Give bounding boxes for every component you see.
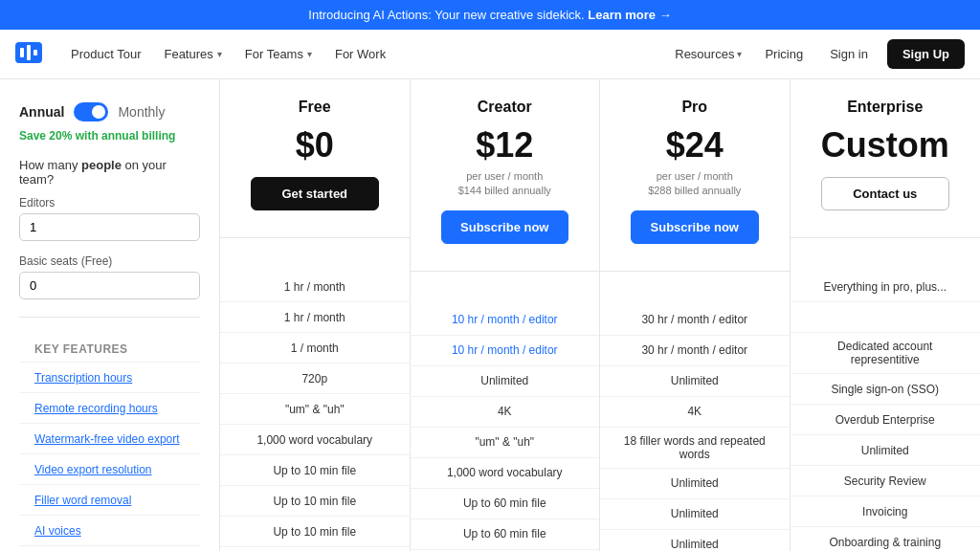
svg-rect-2 bbox=[27, 45, 31, 60]
sidebar: Annual Monthly Save 20% with annual bill… bbox=[0, 79, 220, 551]
sidebar-feature-3[interactable]: Video export resolution bbox=[19, 454, 200, 485]
nav-for-work[interactable]: For Work bbox=[325, 41, 395, 67]
feature-cell-3-1 bbox=[791, 302, 981, 333]
feature-cell-2-0: 30 hr / month / editor bbox=[600, 305, 790, 336]
plan-name-1: Creator bbox=[426, 99, 585, 116]
nav-links: Product Tour Features ▾ For Teams ▾ For … bbox=[61, 41, 667, 67]
feature-cell-3-6: Security Review bbox=[791, 466, 981, 496]
feature-cell-2-5: Unlimited bbox=[600, 469, 790, 499]
nav-features[interactable]: Features ▾ bbox=[154, 41, 231, 67]
feature-cell-2-4: 18 filler words and repeated words bbox=[600, 428, 790, 469]
plan-price-1: $12 bbox=[426, 125, 585, 165]
seats-input[interactable] bbox=[19, 272, 200, 299]
sidebar-feature-6[interactable]: AI Green Screen bbox=[19, 546, 200, 551]
feature-cell-1-1: 10 hr / month / editor bbox=[411, 336, 600, 366]
feature-cell-3-5: Unlimited bbox=[791, 435, 981, 466]
feature-cell-1-4: "um" & "uh" bbox=[411, 428, 600, 458]
feature-cell-0-5: 1,000 word vocabulary bbox=[220, 425, 410, 455]
nav-for-teams[interactable]: For Teams ▾ bbox=[235, 41, 322, 67]
nav-logo[interactable] bbox=[15, 42, 42, 66]
signup-button[interactable]: Sign Up bbox=[887, 39, 965, 69]
feature-cell-0-3: 720p bbox=[220, 364, 410, 394]
plan-header-3: EnterpriseCustomContact us bbox=[791, 79, 981, 238]
banner-link[interactable]: Learn more → bbox=[588, 8, 671, 22]
save-label: Save 20% with annual billing bbox=[19, 129, 200, 143]
pricing-table: Free$0Get startedKey features1 hr / mont… bbox=[220, 79, 980, 551]
nav: Product Tour Features ▾ For Teams ▾ For … bbox=[0, 30, 980, 79]
plan-btn-0[interactable]: Get started bbox=[251, 177, 379, 210]
feature-cell-0-7: Up to 10 min file bbox=[220, 486, 410, 517]
svg-rect-1 bbox=[20, 48, 24, 57]
resources-chevron-icon: ▾ bbox=[737, 49, 742, 59]
annual-label: Annual bbox=[19, 104, 64, 120]
plan-col-enterprise: EnterpriseCustomContact usKey featuresEv… bbox=[791, 79, 981, 551]
for-teams-chevron-icon: ▾ bbox=[307, 49, 312, 59]
feature-cell-1-3: 4K bbox=[411, 397, 600, 428]
feature-cell-3-3: Single sign-on (SSO) bbox=[791, 374, 981, 405]
feature-cell-3-4: Overdub Enterprise bbox=[791, 405, 981, 435]
sidebar-feature-2[interactable]: Watermark-free video export bbox=[19, 424, 200, 454]
sidebar-feature-list: Transcription hoursRemote recording hour… bbox=[19, 363, 200, 551]
feature-cell-3-7: Invoicing bbox=[791, 496, 981, 527]
feature-cell-1-0: 10 hr / month / editor bbox=[411, 305, 600, 336]
plan-btn-1[interactable]: Subscribe now bbox=[441, 210, 569, 244]
main-content: Annual Monthly Save 20% with annual bill… bbox=[0, 79, 980, 551]
seats-label: Basic seats (Free) bbox=[19, 254, 200, 268]
feature-cell-1-2: Unlimited bbox=[411, 366, 600, 397]
feature-cell-0-2: 1 / month bbox=[220, 333, 410, 364]
plan-col-creator: Creator$12per user / month$144 billed an… bbox=[411, 79, 601, 551]
sidebar-feature-0[interactable]: Transcription hours bbox=[19, 363, 200, 393]
plan-name-0: Free bbox=[235, 99, 394, 116]
sidebar-feature-5[interactable]: AI voices bbox=[19, 516, 200, 546]
toggle-knob bbox=[92, 105, 105, 119]
feature-cell-0-6: Up to 10 min file bbox=[220, 455, 410, 486]
plan-header-1: Creator$12per user / month$144 billed an… bbox=[411, 79, 600, 272]
plan-price-2: $24 bbox=[615, 125, 774, 165]
top-banner: Introducing AI Actions: Your new creativ… bbox=[0, 0, 980, 30]
feature-cell-3-8: Onboarding & training bbox=[791, 527, 981, 551]
nav-right: Resources ▾ Pricing Sign in Sign Up bbox=[667, 39, 965, 69]
feature-cell-1-7: Up to 60 min file bbox=[411, 519, 600, 550]
plan-header-0: Free$0Get started bbox=[220, 79, 410, 238]
sidebar-feature-1[interactable]: Remote recording hours bbox=[19, 393, 200, 424]
feature-cell-0-4: "um" & "uh" bbox=[220, 394, 410, 425]
feature-cell-2-1: 30 hr / month / editor bbox=[600, 336, 790, 366]
features-chevron-icon: ▾ bbox=[217, 49, 222, 59]
plan-price-0: $0 bbox=[235, 125, 394, 165]
plan-col-pro: Pro$24per user / month$288 billed annual… bbox=[600, 79, 791, 551]
editors-label: Editors bbox=[19, 196, 200, 209]
feature-cell-3-0: Everything in pro, plus... bbox=[791, 272, 981, 302]
nav-pricing[interactable]: Pricing bbox=[757, 41, 811, 67]
billing-toggle-switch[interactable] bbox=[74, 102, 108, 121]
feature-cell-0-0: 1 hr / month bbox=[220, 272, 410, 302]
plan-price-3: Custom bbox=[806, 125, 966, 165]
plan-col-free: Free$0Get startedKey features1 hr / mont… bbox=[220, 79, 411, 551]
feature-cell-1-5: 1,000 word vocabulary bbox=[411, 458, 600, 489]
editors-input[interactable] bbox=[19, 213, 200, 241]
plan-price-sub-1: per user / month$144 billed annually bbox=[426, 169, 585, 199]
plan-price-sub-2: per user / month$288 billed annually bbox=[615, 169, 774, 199]
key-features-header: Key features bbox=[19, 329, 200, 363]
billing-toggle: Annual Monthly bbox=[19, 102, 200, 121]
feature-cell-0-1: 1 hr / month bbox=[220, 302, 410, 333]
feature-cell-3-2: Dedicated account representitive bbox=[791, 333, 981, 374]
plan-header-2: Pro$24per user / month$288 billed annual… bbox=[600, 79, 790, 272]
feature-cell-1-6: Up to 60 min file bbox=[411, 489, 600, 519]
feature-cell-2-2: Unlimited bbox=[600, 366, 790, 397]
plan-btn-3[interactable]: Contact us bbox=[821, 177, 950, 210]
plan-name-2: Pro bbox=[615, 99, 774, 116]
feature-cell-2-7: Unlimited bbox=[600, 530, 790, 551]
feature-cell-0-9: First 5 results per search bbox=[220, 547, 410, 551]
nav-resources[interactable]: Resources ▾ bbox=[667, 41, 749, 67]
monthly-label: Monthly bbox=[118, 104, 165, 120]
banner-text: Introducing AI Actions: Your new creativ… bbox=[308, 8, 584, 22]
nav-product-tour[interactable]: Product Tour bbox=[61, 41, 150, 67]
plan-btn-2[interactable]: Subscribe now bbox=[631, 210, 759, 244]
svg-rect-3 bbox=[33, 50, 37, 55]
feature-cell-2-6: Unlimited bbox=[600, 499, 790, 530]
team-question: How many people on your team? bbox=[19, 158, 200, 187]
feature-cell-2-3: 4K bbox=[600, 397, 790, 428]
plan-name-3: Enterprise bbox=[806, 99, 966, 116]
sidebar-feature-4[interactable]: Filler word removal bbox=[19, 485, 200, 516]
signin-button[interactable]: Sign in bbox=[818, 41, 880, 67]
